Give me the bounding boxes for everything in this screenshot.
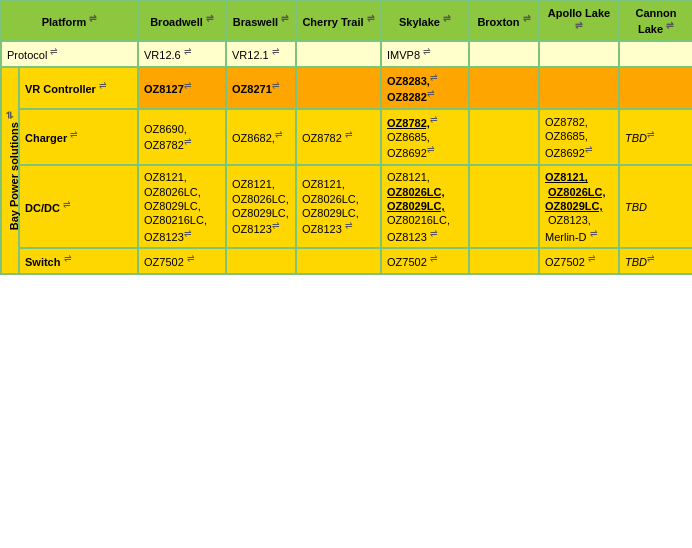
switch-broxton — [469, 248, 539, 274]
protocol-braswell: VR12.1 ⇌ — [226, 41, 296, 67]
skylake-header: Skylake ⇌ — [381, 1, 469, 41]
vr-broxton — [469, 67, 539, 109]
bay-power-label-cell: Bay Power solutions ⇌ — [1, 67, 19, 274]
skylake-icon: ⇌ — [443, 13, 451, 23]
dcdc-broxton — [469, 165, 539, 248]
vr-cherry — [296, 67, 381, 109]
vr-skylake: OZ8283,⇌ OZ8282⇌ — [381, 67, 469, 109]
switch-cannon: TBD⇌ — [619, 248, 692, 274]
broxton-icon: ⇌ — [523, 13, 531, 23]
charger-broadwell: OZ8690, OZ8782⇌ — [138, 109, 226, 165]
apollo-lake-icon: ⇌ — [575, 20, 583, 30]
protocol-apollo — [539, 41, 619, 67]
charger-broxton — [469, 109, 539, 165]
switch-braswell — [226, 248, 296, 274]
cannon-lake-header: Cannon Lake ⇌ — [619, 1, 692, 41]
vr-braswell: OZ8271⇌ — [226, 67, 296, 109]
vr-cannon — [619, 67, 692, 109]
protocol-skylake: IMVP8 ⇌ — [381, 41, 469, 67]
switch-broadwell: OZ7502 ⇌ — [138, 248, 226, 274]
braswell-header: Braswell ⇌ — [226, 1, 296, 41]
apollo-lake-header: Apollo Lake ⇌ — [539, 1, 619, 41]
switch-cherry — [296, 248, 381, 274]
platform-header: Platform ⇌ — [1, 1, 138, 41]
protocol-label-cell: Protocol ⇌ — [1, 41, 138, 67]
protocol-icon: ⇌ — [50, 46, 58, 56]
bay-power-rotated-label: Bay Power solutions ⇌ — [4, 111, 22, 230]
dcdc-broadwell: OZ8121, OZ8026LC, OZ8029LC, OZ80216LC, O… — [138, 165, 226, 248]
charger-apollo: OZ8782, OZ8685, OZ8692⇌ — [539, 109, 619, 165]
protocol-broxton — [469, 41, 539, 67]
charger-skylake: OZ8782,⇌ OZ8685, OZ8692⇌ — [381, 109, 469, 165]
switch-apollo: OZ7502 ⇌ — [539, 248, 619, 274]
charger-cannon: TBD⇌ — [619, 109, 692, 165]
protocol-broadwell: VR12.6 ⇌ — [138, 41, 226, 67]
cherry-trail-icon: ⇌ — [367, 13, 375, 23]
broxton-header: Broxton ⇌ — [469, 1, 539, 41]
braswell-icon: ⇌ — [281, 13, 289, 23]
vr-apollo — [539, 67, 619, 109]
vr-controller-label: VR Controller ⇌ — [19, 67, 138, 109]
dcdc-braswell: OZ8121, OZ8026LC, OZ8029LC, OZ8123⇌ — [226, 165, 296, 248]
vr-broadwell: OZ8127⇌ — [138, 67, 226, 109]
platform-icon: ⇌ — [89, 13, 97, 23]
charger-braswell: OZ8682,⇌ — [226, 109, 296, 165]
cherry-trail-header: Cherry Trail ⇌ — [296, 1, 381, 41]
protocol-cherry — [296, 41, 381, 67]
protocol-cannon — [619, 41, 692, 67]
broadwell-header: Broadwell ⇌ — [138, 1, 226, 41]
cannon-lake-icon: ⇌ — [666, 20, 674, 30]
dcdc-cannon: TBD — [619, 165, 692, 248]
dcdc-label: DC/DC ⇌ — [19, 165, 138, 248]
dcdc-skylake: OZ8121, OZ8026LC, OZ8029LC, OZ80216LC, O… — [381, 165, 469, 248]
dcdc-cherry: OZ8121, OZ8026LC, OZ8029LC, OZ8123 ⇌ — [296, 165, 381, 248]
charger-cherry: OZ8782 ⇌ — [296, 109, 381, 165]
dcdc-apollo: OZ8121, OZ8026LC, OZ8029LC, OZ8123, Merl… — [539, 165, 619, 248]
switch-skylake: OZ7502 ⇌ — [381, 248, 469, 274]
broadwell-icon: ⇌ — [206, 13, 214, 23]
charger-label: Charger ⇌ — [19, 109, 138, 165]
switch-label: Switch ⇌ — [19, 248, 138, 274]
